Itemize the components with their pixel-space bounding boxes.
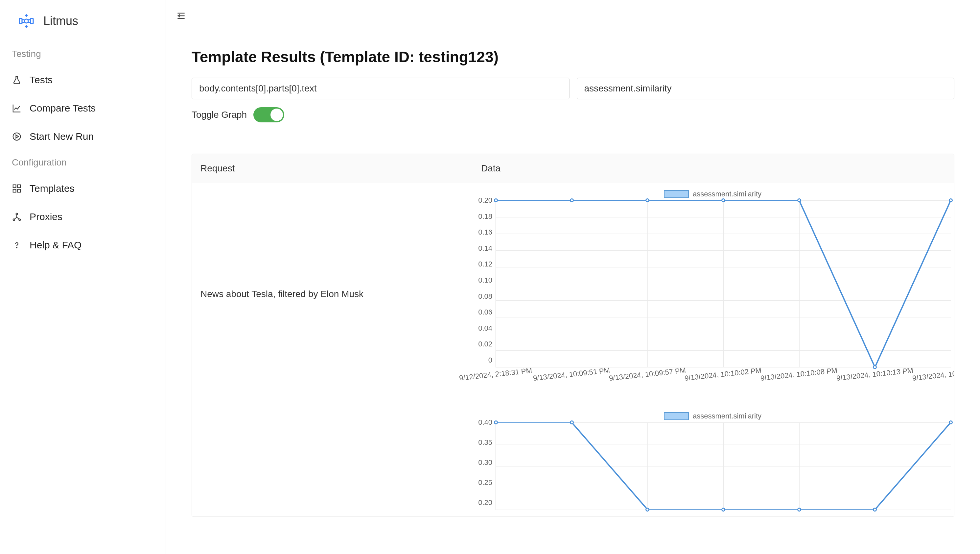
y-tick: 0.08 <box>474 293 492 300</box>
data-point[interactable] <box>646 508 649 512</box>
y-tick: 0.20 <box>474 499 492 506</box>
data-point[interactable] <box>949 198 953 202</box>
topbar <box>166 0 980 28</box>
y-tick: 0.02 <box>474 340 492 348</box>
network-icon <box>12 212 22 222</box>
logo[interactable]: Litmus <box>0 10 165 42</box>
chart-legend: assessment.similarity <box>474 412 951 420</box>
data-point[interactable] <box>494 420 498 425</box>
y-tick: 0.40 <box>474 419 492 426</box>
svg-rect-7 <box>18 190 21 192</box>
sidebar-item-label: Compare Tests <box>30 103 95 114</box>
switch-knob <box>270 109 283 121</box>
svg-rect-6 <box>13 190 16 192</box>
plot-area <box>496 422 951 510</box>
data-point[interactable] <box>494 198 498 202</box>
cell-request: News about Tesla, filtered by Elon Musk <box>192 183 473 405</box>
y-tick: 0.18 <box>474 213 492 220</box>
sidebar-item-templates[interactable]: Templates <box>0 174 165 203</box>
request-path-input[interactable] <box>192 78 570 99</box>
filter-row <box>192 78 955 99</box>
sidebar-section-testing: Testing Tests Compare Tests Start New Ru… <box>0 42 165 151</box>
main: Template Results (Template ID: testing12… <box>166 0 980 554</box>
toggle-graph-switch[interactable] <box>253 107 284 122</box>
sidebar: Litmus Testing Tests Compare Tests Start… <box>0 0 166 554</box>
svg-rect-1 <box>19 18 22 24</box>
y-tick: 0.14 <box>474 245 492 252</box>
x-axis: 9/12/2024, 2:18:31 PM9/13/2024, 10:09:51… <box>496 370 951 378</box>
table-body: News about Tesla, filtered by Elon Muska… <box>192 183 954 517</box>
y-tick: 0.06 <box>474 308 492 316</box>
data-point[interactable] <box>873 508 877 512</box>
data-point[interactable] <box>721 508 725 512</box>
collapse-sidebar-icon[interactable] <box>176 11 186 21</box>
data-point[interactable] <box>721 198 725 202</box>
chart: assessment.similarity0.400.350.300.250.2… <box>474 412 951 510</box>
toggle-label: Toggle Graph <box>192 110 247 120</box>
y-tick: 0.25 <box>474 479 492 486</box>
legend-label: assessment.similarity <box>693 190 762 198</box>
svg-point-8 <box>16 213 18 215</box>
y-tick: 0.30 <box>474 459 492 466</box>
table-row: assessment.similarity0.400.350.300.250.2… <box>192 405 954 517</box>
x-tick: 9/12/2024, 2:18:31 PM <box>495 370 496 378</box>
svg-point-0 <box>24 19 28 23</box>
line-chart-icon <box>12 103 22 113</box>
th-request: Request <box>192 154 473 183</box>
y-axis: 0.400.350.300.250.20 <box>474 422 496 510</box>
cell-request <box>192 405 473 517</box>
grid-icon <box>12 184 22 193</box>
legend-label: assessment.similarity <box>693 412 762 420</box>
flask-icon <box>12 75 22 85</box>
page-title: Template Results (Template ID: testing12… <box>192 48 955 66</box>
series-svg <box>496 422 951 509</box>
svg-rect-2 <box>30 18 33 24</box>
litmus-logo-icon <box>18 13 34 29</box>
table-row: News about Tesla, filtered by Elon Muska… <box>192 183 954 405</box>
y-tick: 0 <box>474 357 492 364</box>
svg-point-11 <box>16 247 17 248</box>
sidebar-item-label: Templates <box>30 183 75 194</box>
sidebar-item-compare-tests[interactable]: Compare Tests <box>0 94 165 122</box>
y-tick: 0.16 <box>474 228 492 236</box>
sidebar-item-proxies[interactable]: Proxies <box>0 203 165 231</box>
y-tick: 0.10 <box>474 277 492 284</box>
sidebar-section-configuration: Configuration Templates Proxies Help & F… <box>0 151 165 259</box>
metric-path-input[interactable] <box>577 78 955 99</box>
chart-legend: assessment.similarity <box>474 190 951 198</box>
plot-area <box>496 200 951 367</box>
data-point[interactable] <box>797 508 801 512</box>
toggle-row: Toggle Graph <box>192 107 955 122</box>
x-tick: 9/13/2024, 10:10:08 PM <box>799 370 800 378</box>
data-point[interactable] <box>797 198 801 202</box>
data-point[interactable] <box>949 420 953 425</box>
cell-data: assessment.similarity0.400.350.300.250.2… <box>473 405 954 517</box>
legend-swatch <box>664 190 689 198</box>
data-point[interactable] <box>873 365 877 369</box>
table-header: Request Data <box>192 154 954 183</box>
series-svg <box>496 200 951 367</box>
svg-rect-4 <box>13 185 16 188</box>
y-tick: 0.20 <box>474 197 492 204</box>
sidebar-item-label: Help & FAQ <box>30 239 81 251</box>
sidebar-item-label: Proxies <box>30 211 62 222</box>
y-tick: 0.35 <box>474 439 492 446</box>
section-label-testing: Testing <box>0 42 165 66</box>
sidebar-item-tests[interactable]: Tests <box>0 66 165 94</box>
data-point[interactable] <box>570 198 574 202</box>
play-circle-icon <box>12 132 22 142</box>
sidebar-item-start-new-run[interactable]: Start New Run <box>0 122 165 151</box>
cell-data: assessment.similarity0.200.180.160.140.1… <box>473 183 954 405</box>
logo-text: Litmus <box>43 14 78 28</box>
x-tick: 9/13/2024, 10:10:13 PM <box>875 370 875 378</box>
y-tick: 0.04 <box>474 325 492 332</box>
sidebar-item-label: Tests <box>30 74 52 86</box>
y-axis: 0.200.180.160.140.120.100.080.060.040.02… <box>474 200 496 367</box>
x-tick: 9/13/2024, 10:10:02 PM <box>723 370 724 378</box>
sidebar-item-help-faq[interactable]: Help & FAQ <box>0 231 165 259</box>
content: Template Results (Template ID: testing12… <box>166 28 980 517</box>
x-tick: 9/13/2024, 10:10:41 PM <box>950 370 951 378</box>
y-tick: 0.12 <box>474 260 492 268</box>
data-point[interactable] <box>570 420 574 425</box>
question-icon <box>12 240 22 250</box>
